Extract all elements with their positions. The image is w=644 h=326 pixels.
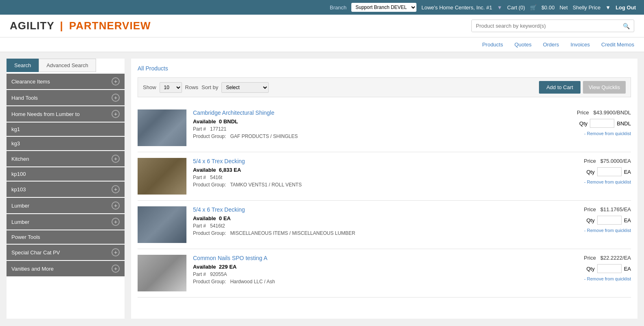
branch-select[interactable]: Support Branch DEVEL <box>351 3 416 12</box>
rows-label: Rows <box>185 84 199 90</box>
qty-input[interactable] <box>590 119 614 128</box>
nav-orders[interactable]: Orders <box>543 37 559 52</box>
sidebar-item-label: Power Tools <box>11 234 40 240</box>
sidebar-expand-icon[interactable]: + <box>112 218 120 226</box>
sidebar-item-label: Home Needs from Lumber to <box>11 111 80 117</box>
qty-line: Qty BNDL <box>550 119 631 128</box>
qty-input[interactable] <box>597 167 622 176</box>
product-price: Price $11.1765/EA <box>550 206 631 212</box>
sidebar-item[interactable]: Home Needs from Lumber to+ <box>7 106 125 122</box>
qty-input[interactable] <box>597 264 622 273</box>
qty-label: Qty <box>586 217 594 223</box>
remove-from-quicklist[interactable]: - Remove from quicklist <box>550 179 631 184</box>
user-dropdown-icon[interactable]: ▼ <box>605 4 611 11</box>
product-pricing: Price $11.1765/EA Qty EA - Remove from q… <box>550 206 631 233</box>
product-pricing: Price $43.9900/BNDL Qty BNDL - Remove fr… <box>550 109 631 136</box>
logo: AGILITY | PARTNERVIEW <box>10 20 151 32</box>
nav-quotes[interactable]: Quotes <box>515 37 532 52</box>
sidebar-item-label: Kitchen <box>11 156 29 162</box>
add-to-cart-button[interactable]: Add to Cart <box>539 81 580 94</box>
sort-by-select[interactable]: SelectName A-ZName Z-APrice Low-HighPric… <box>221 82 269 93</box>
product-group: Product Group: MISCELLANEOUS ITEMS / MIS… <box>193 230 543 236</box>
user-name: Shelly Price <box>573 4 601 11</box>
product-name[interactable]: Common Nails SPO testing A <box>193 255 543 261</box>
product-search-input[interactable] <box>472 20 619 32</box>
sidebar-item[interactable]: Vanities and More+ <box>7 261 125 276</box>
remove-from-quicklist[interactable]: - Remove from quicklist <box>550 131 631 136</box>
product-available: Available 0 BNDL <box>193 118 543 125</box>
product-pricing: Price $22.2222/EA Qty EA - Remove from q… <box>550 255 631 281</box>
tab-search[interactable]: Search <box>7 59 39 72</box>
remove-from-quicklist[interactable]: - Remove from quicklist <box>550 276 631 281</box>
sidebar-item[interactable]: Hand Tools+ <box>7 90 125 105</box>
product-details: Common Nails SPO testing A Available 229… <box>193 255 543 284</box>
sidebar-item[interactable]: kg1 <box>7 123 125 136</box>
product-price: Price $43.9900/BNDL <box>550 109 631 116</box>
qty-line: Qty EA <box>550 167 631 176</box>
sidebar-item[interactable]: Lumber+ <box>7 214 125 230</box>
sidebar-expand-icon[interactable]: + <box>112 110 120 118</box>
product-name[interactable]: 5/4 x 6 Trex Decking <box>193 206 543 213</box>
product-name[interactable]: Cambridge Architectural Shingle <box>193 109 543 116</box>
product-group: Product Group: TAMKO VENTS1 / ROLL VENTS <box>193 182 543 188</box>
nav-invoices[interactable]: Invoices <box>570 37 590 52</box>
product-image <box>138 158 186 195</box>
search-submit-button[interactable]: 🔍 <box>619 23 634 29</box>
sidebar-item[interactable]: Clearance Items+ <box>7 74 125 89</box>
qty-unit: EA <box>624 266 631 272</box>
sidebar-expand-icon[interactable]: + <box>112 94 120 102</box>
sidebar-expand-icon[interactable]: + <box>112 155 120 163</box>
sidebar-item[interactable]: kg3 <box>7 137 125 150</box>
product-image <box>138 109 186 146</box>
sidebar-categories: Clearance Items+Hand Tools+Home Needs fr… <box>7 74 125 276</box>
product-row: Common Nails SPO testing A Available 229… <box>138 249 631 298</box>
product-part: Part # 5416t <box>193 175 543 180</box>
sidebar-item[interactable]: kp100 <box>7 167 125 181</box>
sidebar-item[interactable]: Power Tools <box>7 230 125 244</box>
view-quicklist-button[interactable]: View Quicklis <box>583 81 626 94</box>
top-bar: Branch Support Branch DEVEL Lowe's Home … <box>0 0 644 15</box>
sidebar-expand-icon[interactable]: + <box>112 201 120 210</box>
logout-button[interactable]: Log Out <box>616 4 636 11</box>
show-rows-select[interactable]: 102550100 <box>160 82 182 93</box>
nav-credit-memos[interactable]: Credit Memos <box>601 37 634 52</box>
product-list: Cambridge Architectural Shingle Availabl… <box>138 104 631 298</box>
logo-separator: | <box>60 20 63 32</box>
qty-label: Qty <box>579 120 587 127</box>
product-group: Product Group: Hardwood LLC / Ash <box>193 279 543 284</box>
qty-unit: EA <box>624 217 631 223</box>
sidebar-item[interactable]: Special Char Cat PV+ <box>7 245 125 260</box>
sidebar-item[interactable]: Kitchen+ <box>7 151 125 166</box>
sidebar-item[interactable]: kp103+ <box>7 182 125 197</box>
branch-label: Branch <box>330 4 346 11</box>
product-details: 5/4 x 6 Trex Decking Available 6,833 EA … <box>193 158 543 188</box>
sidebar-expand-icon[interactable]: + <box>112 248 120 256</box>
net-label: Net <box>559 4 567 11</box>
sidebar-item-label: Lumber <box>11 219 29 225</box>
tab-advanced-search[interactable]: Advanced Search <box>39 59 96 72</box>
nav-products[interactable]: Products <box>482 37 503 52</box>
qty-label: Qty <box>586 266 594 272</box>
product-row: Cambridge Architectural Shingle Availabl… <box>138 104 631 152</box>
sidebar-item-label: Vanities and More <box>11 266 54 272</box>
product-image <box>138 255 186 291</box>
sidebar-expand-icon[interactable]: + <box>112 265 120 273</box>
remove-from-quicklist[interactable]: - Remove from quicklist <box>550 228 631 233</box>
header: AGILITY | PARTNERVIEW 🔍 <box>0 15 644 37</box>
sidebar-item[interactable]: Lumber+ <box>7 198 125 213</box>
content-area: All Products Show 102550100 Rows Sort by… <box>131 59 637 319</box>
sidebar-item-label: kp100 <box>11 171 26 177</box>
product-price: Price $75.0000/EA <box>550 158 631 164</box>
product-row: 5/4 x 6 Trex Decking Available 0 EA Part… <box>138 201 631 249</box>
sidebar-expand-icon[interactable]: + <box>112 185 120 193</box>
main-container: Search Advanced Search Clearance Items+H… <box>0 52 644 325</box>
sidebar: Search Advanced Search Clearance Items+H… <box>7 59 125 319</box>
cart-icon: 🛒 <box>530 4 537 11</box>
show-label: Show <box>143 84 156 90</box>
sort-label: Sort by <box>202 84 218 90</box>
product-name[interactable]: 5/4 x 6 Trex Decking <box>193 158 543 164</box>
product-row: 5/4 x 6 Trex Decking Available 6,833 EA … <box>138 152 631 201</box>
logo-partnerview: PARTNERVIEW <box>69 20 151 32</box>
qty-input[interactable] <box>597 216 622 225</box>
sidebar-expand-icon[interactable]: + <box>112 77 120 85</box>
